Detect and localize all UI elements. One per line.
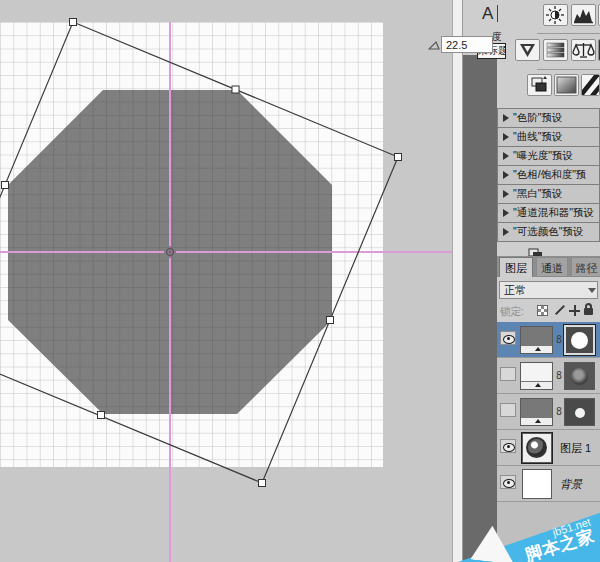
preset-group-selective-color[interactable]: "可选颜色"预设 bbox=[497, 222, 600, 242]
layer-thumbnail[interactable] bbox=[522, 433, 552, 463]
disclosure-triangle-icon bbox=[503, 209, 509, 217]
transform-handle-left-mid[interactable] bbox=[2, 182, 9, 189]
visibility-toggle[interactable] bbox=[500, 367, 516, 381]
rotation-angle-value: 22.5 bbox=[441, 36, 493, 53]
layer-row-adjustment-1[interactable]: 8 bbox=[497, 322, 600, 358]
visibility-toggle[interactable] bbox=[500, 439, 516, 453]
degree-label: 度 bbox=[492, 30, 502, 44]
layer-row-layer1[interactable]: 图层 1 bbox=[497, 430, 600, 466]
mask-texture bbox=[571, 368, 588, 385]
disclosure-triangle-icon bbox=[503, 190, 509, 198]
photo-filter-icon[interactable] bbox=[527, 74, 552, 96]
panel-mini-icon[interactable] bbox=[528, 245, 544, 256]
transform-handle-bottom-mid[interactable] bbox=[98, 412, 105, 419]
transform-handle-bottom-right[interactable] bbox=[259, 480, 266, 487]
vibrance-icon[interactable] bbox=[515, 39, 540, 61]
blend-mode-value: 正常 bbox=[504, 284, 526, 296]
link-icon: 8 bbox=[556, 334, 562, 345]
layer-mask-thumbnail[interactable] bbox=[564, 398, 595, 426]
layer-row-background[interactable]: 背景 bbox=[497, 466, 600, 502]
adjustment-thumbnail[interactable] bbox=[520, 398, 553, 426]
preset-group-curves[interactable]: "曲线"预设 bbox=[497, 127, 600, 147]
canvas-area bbox=[0, 0, 452, 562]
text-cursor bbox=[497, 5, 498, 22]
brightness-contrast-icon[interactable] bbox=[543, 4, 568, 26]
lock-all-icon[interactable] bbox=[584, 308, 593, 315]
layer-mask-thumbnail[interactable] bbox=[564, 362, 595, 390]
adjustment-thumbnail[interactable] bbox=[520, 326, 553, 354]
layer-row-adjustment-2[interactable]: 8 bbox=[497, 358, 600, 394]
disclosure-triangle-icon bbox=[503, 171, 509, 179]
preset-group-black-white[interactable]: "黑白"预设 bbox=[497, 184, 600, 204]
transform-handle-right-mid[interactable] bbox=[327, 317, 334, 324]
right-panel: "色阶"预设 "曲线"预设 "曝光度"预设 "色相/饱和度"预 "黑白"预设 "… bbox=[497, 0, 600, 562]
mask-circle bbox=[571, 332, 588, 349]
layer-name[interactable]: 图层 1 bbox=[560, 441, 591, 456]
divider bbox=[537, 33, 600, 34]
blend-mode-select[interactable]: 正常 bbox=[499, 281, 598, 299]
levels-icon[interactable] bbox=[571, 4, 596, 26]
preset-group-hue-saturation[interactable]: "色相/饱和度"预 bbox=[497, 165, 600, 185]
tab-paths[interactable]: 路径 bbox=[571, 257, 600, 277]
watermark: jb51.net 脚本之家 bbox=[458, 504, 600, 562]
hue-saturation-icon[interactable] bbox=[543, 39, 568, 61]
layer-name[interactable]: 背景 bbox=[560, 477, 582, 492]
lock-label: 锁定: bbox=[500, 305, 524, 319]
eye-icon bbox=[503, 443, 515, 452]
text-letter-a: A bbox=[482, 4, 493, 24]
transform-handle-top-right[interactable] bbox=[395, 154, 402, 161]
eye-icon bbox=[503, 479, 515, 488]
eye-icon bbox=[503, 335, 515, 344]
tab-layers[interactable]: 图层 bbox=[499, 257, 533, 277]
disclosure-triangle-icon bbox=[503, 133, 509, 141]
preset-group-exposure[interactable]: "曝光度"预设 bbox=[497, 146, 600, 166]
mask-circle bbox=[575, 408, 585, 418]
vertical-scrollbar[interactable] bbox=[452, 0, 463, 562]
tab-channels[interactable]: 通道 bbox=[536, 257, 568, 277]
visibility-toggle[interactable] bbox=[500, 475, 516, 489]
preset-group-levels[interactable]: "色阶"预设 bbox=[497, 108, 600, 128]
disclosure-triangle-icon bbox=[503, 228, 509, 236]
transform-handle-top-mid[interactable] bbox=[232, 86, 239, 93]
layer-row-adjustment-3[interactable]: 8 bbox=[497, 394, 600, 430]
disclosure-triangle-icon bbox=[503, 114, 509, 122]
disclosure-triangle-icon bbox=[503, 152, 509, 160]
adjustment-thumbnail[interactable] bbox=[520, 362, 553, 390]
divider bbox=[537, 69, 600, 70]
document-grid bbox=[0, 22, 383, 467]
layer-mask-thumbnail[interactable] bbox=[564, 325, 595, 355]
visibility-toggle[interactable] bbox=[500, 331, 516, 345]
thumbnail-shape bbox=[526, 437, 547, 458]
link-icon: 8 bbox=[556, 370, 562, 381]
layer-thumbnail[interactable] bbox=[522, 469, 552, 499]
transform-handle-top-left[interactable] bbox=[70, 19, 77, 26]
lock-position-icon[interactable] bbox=[569, 305, 580, 316]
chevron-down-icon bbox=[588, 288, 596, 293]
channel-mixer-icon[interactable] bbox=[581, 74, 600, 96]
lock-transparency-icon[interactable] bbox=[537, 305, 548, 316]
color-balance-icon[interactable] bbox=[571, 39, 596, 61]
preset-group-channel-mixer[interactable]: "通道混和器"预设 bbox=[497, 203, 600, 223]
panel-dock-divider bbox=[463, 55, 497, 562]
link-icon: 8 bbox=[556, 406, 562, 417]
gradient-map-icon[interactable] bbox=[554, 74, 579, 96]
photoshop-window: 22.5 度 未标题 A bbox=[0, 0, 600, 562]
angle-icon bbox=[428, 39, 440, 51]
lock-pixels-icon[interactable] bbox=[555, 305, 565, 315]
visibility-toggle[interactable] bbox=[500, 403, 516, 417]
